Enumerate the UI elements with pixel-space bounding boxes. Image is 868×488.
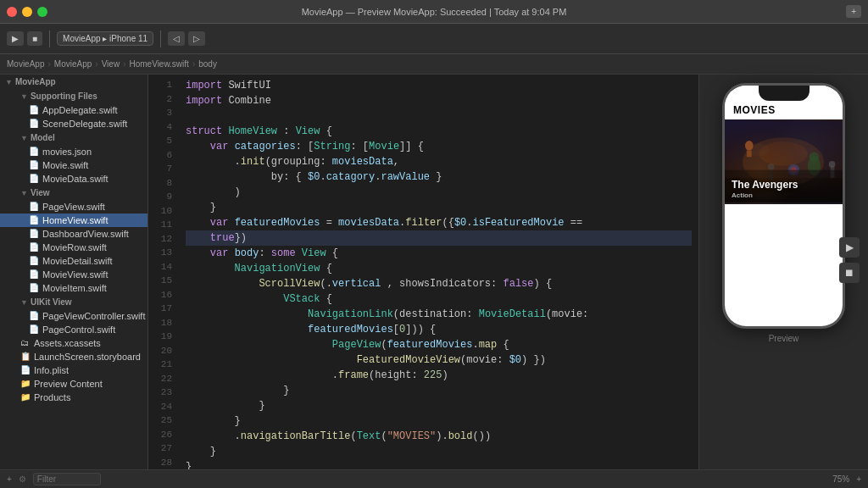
sidebar-view-group[interactable]: ▼ View — [0, 186, 147, 200]
toolbar: ▶ ■ MovieApp ▸ iPhone 11 ◁ ▷ — [0, 24, 868, 54]
sidebar-item-homeview[interactable]: 📄 HomeView.swift — [0, 214, 147, 227]
phone-notch — [759, 86, 810, 101]
minimize-button[interactable] — [22, 7, 32, 17]
main-layout: ▼ MovieApp ▼ Supporting Files 📄 AppDeleg… — [0, 75, 868, 469]
maximize-button[interactable] — [37, 7, 47, 17]
breadcrumb-item[interactable]: HomeView.swift — [129, 59, 188, 69]
zoom-in-btn[interactable]: + — [856, 474, 861, 484]
preview-controls: ▶ ⏹ — [839, 237, 860, 283]
sidebar-item-pagevc[interactable]: 📄 PageViewController.swift — [0, 309, 147, 323]
breadcrumb-item[interactable]: MovieApp — [54, 59, 92, 69]
sidebar-item-movies-json[interactable]: 📄 movies.json — [0, 145, 147, 158]
sidebar-item-movieview[interactable]: 📄 MovieView.swift — [0, 268, 147, 281]
chevron-icon: ▼ — [20, 92, 28, 101]
sidebar-item-launchscreen[interactable]: 📋 LaunchScreen.storyboard — [0, 350, 147, 363]
chevron-icon: ▼ — [20, 189, 28, 197]
breadcrumb-item[interactable]: body — [198, 59, 217, 69]
titlebar-controls: + — [846, 5, 861, 18]
phone-frame: MOVIES — [722, 83, 845, 329]
folder-icon: 📁 — [20, 379, 31, 389]
plist-icon: 📄 — [20, 365, 31, 375]
scheme-selector[interactable]: MovieApp ▸ iPhone 11 — [57, 31, 153, 46]
add-button[interactable]: + — [846, 5, 861, 18]
swift-file-icon: 📄 — [29, 311, 39, 321]
movie-title: The Avengers Action — [732, 179, 798, 199]
filter-input[interactable] — [33, 473, 101, 485]
sidebar-item-moviedata-swift[interactable]: 📄 MovieData.swift — [0, 172, 147, 186]
sidebar-item-pagecontrol[interactable]: 📄 PageControl.swift — [0, 323, 147, 336]
sidebar-uikit-group[interactable]: ▼ UIKit View — [0, 295, 147, 309]
svg-point-15 — [745, 143, 770, 156]
phone-movie-banner: The Avengers Action — [725, 119, 843, 204]
sidebar: ▼ MovieApp ▼ Supporting Files 📄 AppDeleg… — [0, 75, 148, 469]
preview-label: Preview — [769, 334, 799, 343]
sidebar-item-assets[interactable]: 🗂 Assets.xcassets — [0, 336, 147, 350]
svg-point-9 — [810, 152, 820, 162]
sidebar-item-products[interactable]: 📁 Products — [0, 391, 147, 404]
assets-icon: 🗂 — [20, 338, 31, 348]
preview-panel: MOVIES — [698, 75, 868, 469]
sidebar-item-scenedelegate[interactable]: 📄 SceneDelegate.swift — [0, 117, 147, 130]
swift-file-icon: 📄 — [29, 283, 39, 293]
back-button[interactable]: ◁ — [168, 31, 185, 46]
preview-stop-btn[interactable]: ⏹ — [839, 263, 860, 283]
swift-file-icon: 📄 — [29, 174, 39, 184]
breadcrumb-item[interactable]: MovieApp — [7, 59, 44, 69]
sidebar-item-infoplist[interactable]: 📄 Info.plist — [0, 363, 147, 377]
stop-button[interactable]: ■ — [27, 31, 42, 46]
status-bar: + ⚙ 75% + — [0, 469, 868, 488]
json-file-icon: 📄 — [29, 147, 39, 157]
sidebar-item-preview[interactable]: 📁 Preview Content — [0, 377, 147, 391]
swift-file-icon: 📄 — [29, 202, 39, 212]
swift-file-icon: 📄 — [29, 242, 39, 252]
svg-point-13 — [829, 161, 836, 168]
sidebar-root-label: MovieApp — [15, 77, 56, 86]
sidebar-item-movieitem[interactable]: 📄 MovieItem.swift — [0, 281, 147, 295]
separator — [49, 30, 50, 47]
filter-icon: ⚙ — [19, 474, 26, 484]
chevron-icon: ▼ — [20, 298, 28, 307]
swift-file-icon: 📄 — [29, 119, 39, 129]
sidebar-model-group[interactable]: ▼ Model — [0, 130, 147, 145]
sidebar-item-appdelegate[interactable]: 📄 AppDelegate.swift — [0, 103, 147, 117]
traffic-lights — [7, 7, 47, 17]
sidebar-supporting-files[interactable]: ▼ Supporting Files — [0, 89, 147, 103]
swift-file-icon: 📄 — [29, 269, 39, 280]
line-numbers: 12345 678910 1112131415 1617181920 21222… — [148, 75, 179, 469]
breadcrumb: MovieApp › MovieApp › View › HomeView.sw… — [0, 54, 868, 75]
preview-panel-inner: MOVIES — [699, 83, 868, 469]
close-button[interactable] — [7, 7, 17, 17]
breadcrumb-item[interactable]: View — [102, 59, 120, 69]
forward-button[interactable]: ▷ — [188, 31, 205, 46]
separator2 — [160, 30, 161, 47]
sidebar-item-pageview[interactable]: 📄 PageView.swift — [0, 200, 147, 214]
swift-file-icon: 📄 — [29, 160, 39, 170]
code-editor[interactable]: 12345 678910 1112131415 1617181920 21222… — [148, 75, 698, 469]
sidebar-item-moviedetail[interactable]: 📄 MovieDetail.swift — [0, 254, 147, 268]
run-button[interactable]: ▶ — [7, 31, 24, 46]
phone-screen: MOVIES — [725, 86, 843, 326]
title-bar: MovieApp — Preview MovieApp: Succeeded |… — [0, 0, 868, 24]
preview-play-btn[interactable]: ▶ — [839, 237, 860, 258]
storyboard-icon: 📋 — [20, 352, 31, 362]
code-container: 12345 678910 1112131415 1617181920 21222… — [148, 75, 698, 469]
add-icon[interactable]: + — [7, 474, 12, 484]
sidebar-item-movierow[interactable]: 📄 MovieRow.swift — [0, 241, 147, 254]
chevron-icon: ▼ — [5, 78, 13, 86]
chevron-icon: ▼ — [20, 134, 28, 142]
sidebar-item-movie-swift[interactable]: 📄 Movie.swift — [0, 158, 147, 172]
sidebar-item-dashboardview[interactable]: 📄 DashboardView.swift — [0, 227, 147, 241]
swift-file-icon: 📄 — [29, 229, 39, 239]
window-title: MovieApp — Preview MovieApp: Succeeded |… — [302, 7, 567, 17]
status-right: 75% + — [832, 474, 861, 484]
zoom-level: 75% — [832, 474, 849, 484]
swift-file-icon: 📄 — [29, 324, 39, 335]
folder-icon: 📁 — [20, 392, 31, 402]
sidebar-root-header[interactable]: ▼ MovieApp — [0, 75, 147, 89]
swift-file-icon: 📄 — [29, 256, 39, 266]
code-text[interactable]: import SwiftUIimport Combine struct Home… — [179, 75, 698, 469]
swift-file-icon: 📄 — [29, 215, 39, 225]
swift-file-icon: 📄 — [29, 105, 39, 115]
sidebar-group-root: ▼ MovieApp ▼ Supporting Files 📄 AppDeleg… — [0, 75, 147, 404]
